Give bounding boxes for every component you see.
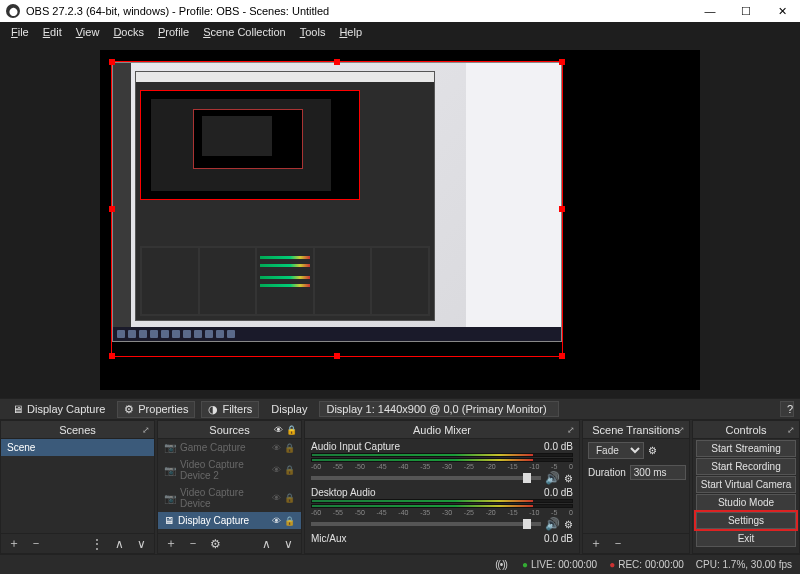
exit-button[interactable]: Exit	[696, 530, 796, 547]
channel-level: 0.0 dB	[544, 441, 573, 452]
sources-dock: Sources 👁🔒 📷Game Capture👁🔒📷Video Capture…	[157, 420, 302, 554]
window-buttons: — ☐ ✕	[692, 0, 800, 22]
menu-profile[interactable]: Profile	[151, 24, 196, 40]
scene-filter-button[interactable]: ⋮	[88, 536, 106, 552]
mixer-body: Audio Input Capture0.0 dB-60-55-50-45-40…	[305, 439, 579, 553]
duration-input[interactable]	[630, 465, 686, 480]
duration-label: Duration	[588, 467, 626, 478]
add-scene-button[interactable]: ＋	[5, 536, 23, 552]
preview-canvas[interactable]	[100, 50, 700, 390]
source-item[interactable]: 📷Game Capture👁🔒	[158, 439, 301, 456]
scene-item[interactable]: Scene	[1, 439, 154, 456]
transition-type-select[interactable]: Fade	[588, 442, 644, 459]
display-label: Display	[265, 402, 313, 416]
menu-file[interactable]: File	[4, 24, 36, 40]
menu-view[interactable]: View	[69, 24, 107, 40]
transitions-title-text: Scene Transitions	[592, 424, 679, 436]
source-type-icon: 📷	[164, 442, 176, 453]
source-down-button[interactable]: ∨	[279, 536, 297, 552]
start-recording-button[interactable]: Start Recording	[696, 458, 796, 475]
remove-source-button[interactable]: －	[184, 536, 202, 552]
mixer-channel: Desktop Audio0.0 dB-60-55-50-45-40-35-30…	[305, 485, 579, 531]
channel-level: 0.0 dB	[544, 487, 573, 498]
properties-label: Properties	[138, 403, 188, 415]
scene-up-button[interactable]: ∧	[110, 536, 128, 552]
settings-button[interactable]: Settings	[696, 512, 796, 529]
lock-icon[interactable]: 🔒	[284, 465, 295, 475]
source-item[interactable]: 🎤Audio Input Capture👁🔒	[158, 529, 301, 533]
display-icon: 🖥	[12, 403, 23, 415]
filters-icon: ◑	[208, 403, 218, 416]
source-label: Game Capture	[180, 442, 246, 453]
preview-area[interactable]	[0, 42, 800, 398]
speaker-icon[interactable]: 🔊	[545, 517, 560, 531]
eye-icon[interactable]: 👁	[272, 465, 281, 475]
transitions-toolbar: ＋ －	[583, 533, 689, 553]
gear-icon: ⚙	[124, 403, 134, 416]
lock-icon[interactable]: 🔒	[284, 516, 295, 526]
lock-icon[interactable]: 🔒	[284, 443, 295, 453]
transitions-dock: Scene Transitions ⤢ Fade ⚙ Duration ▴▾ ＋…	[582, 420, 690, 554]
add-source-button[interactable]: ＋	[162, 536, 180, 552]
lock-icon: 🔒	[286, 425, 297, 435]
gear-icon[interactable]: ⚙	[564, 473, 573, 484]
maximize-button[interactable]: ☐	[728, 0, 764, 22]
source-item[interactable]: 📷Video Capture Device👁🔒	[158, 484, 301, 512]
speaker-icon[interactable]: 🔊	[545, 471, 560, 485]
source-up-button[interactable]: ∧	[257, 536, 275, 552]
add-transition-button[interactable]: ＋	[587, 536, 605, 552]
minimize-button[interactable]: —	[692, 0, 728, 22]
lock-icon[interactable]: 🔒	[284, 493, 295, 503]
cpu-status: CPU: 1.7%, 30.00 fps	[696, 559, 792, 570]
menu-tools[interactable]: Tools	[293, 24, 333, 40]
sources-title-text: Sources	[209, 424, 249, 436]
eye-icon[interactable]: 👁	[272, 443, 281, 453]
mixer-title-text: Audio Mixer	[413, 424, 471, 436]
sources-list[interactable]: 📷Game Capture👁🔒📷Video Capture Device 2👁🔒…	[158, 439, 301, 533]
channel-name: Mic/Aux	[311, 533, 347, 544]
popout-icon[interactable]: ⤢	[677, 425, 685, 435]
popout-icon[interactable]: ⤢	[142, 425, 150, 435]
scene-down-button[interactable]: ∨	[132, 536, 150, 552]
volume-slider[interactable]	[311, 522, 541, 526]
filters-label: Filters	[222, 403, 252, 415]
eye-icon: 👁	[274, 425, 283, 435]
source-item[interactable]: 📷Video Capture Device 2👁🔒	[158, 456, 301, 484]
scenes-dock: Scenes ⤢ Scene ＋ － ⋮ ∧ ∨	[0, 420, 155, 554]
gear-icon[interactable]: ⚙	[564, 519, 573, 530]
start-virtual-camera-button[interactable]: Start Virtual Camera	[696, 476, 796, 493]
volume-slider[interactable]	[311, 476, 541, 480]
source-selection[interactable]	[111, 61, 563, 357]
start-streaming-button[interactable]: Start Streaming	[696, 440, 796, 457]
properties-button[interactable]: ⚙ Properties	[117, 401, 195, 418]
eye-icon[interactable]: 👁	[272, 516, 281, 526]
display-selector[interactable]: Display 1: 1440x900 @ 0,0 (Primary Monit…	[319, 401, 559, 417]
source-label: Video Capture Device	[180, 487, 268, 509]
scenes-title-text: Scenes	[59, 424, 96, 436]
window-title: OBS 27.2.3 (64-bit, windows) - Profile: …	[26, 5, 692, 17]
transitions-title: Scene Transitions ⤢	[583, 421, 689, 439]
menu-edit[interactable]: Edit	[36, 24, 69, 40]
close-button[interactable]: ✕	[764, 0, 800, 22]
channel-name: Desktop Audio	[311, 487, 376, 498]
controls-title-text: Controls	[726, 424, 767, 436]
controls-title: Controls ⤢	[693, 421, 799, 439]
studio-mode-button[interactable]: Studio Mode	[696, 494, 796, 511]
menu-scene-collection[interactable]: Scene Collection	[196, 24, 293, 40]
gear-icon[interactable]: ⚙	[648, 445, 657, 456]
display-selector-value: Display 1: 1440x900 @ 0,0 (Primary Monit…	[326, 403, 546, 415]
scenes-list[interactable]: Scene	[1, 439, 154, 533]
menu-docks[interactable]: Docks	[106, 24, 151, 40]
filters-button[interactable]: ◑ Filters	[201, 401, 259, 418]
menu-help[interactable]: Help	[332, 24, 369, 40]
eye-icon[interactable]: 👁	[272, 493, 281, 503]
popout-icon[interactable]: ⤢	[787, 425, 795, 435]
remove-transition-button[interactable]: －	[609, 536, 627, 552]
sources-title: Sources 👁🔒	[158, 421, 301, 439]
source-properties-button[interactable]: ⚙	[206, 536, 224, 552]
popout-icon[interactable]: ⤢	[567, 425, 575, 435]
source-item[interactable]: 🖥Display Capture👁🔒	[158, 512, 301, 529]
context-help-button[interactable]: ?	[780, 401, 794, 417]
remove-scene-button[interactable]: －	[27, 536, 45, 552]
channel-level: 0.0 dB	[544, 533, 573, 544]
